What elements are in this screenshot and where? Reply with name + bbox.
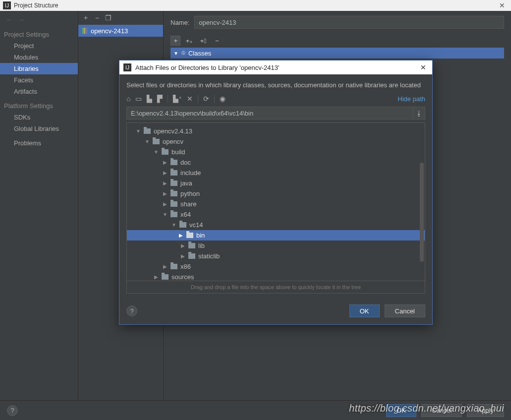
tree-row-label: opencv (163, 138, 183, 145)
tree-row-staticlib[interactable]: ▶staticlib (129, 251, 423, 261)
chevron-right-icon[interactable]: ▶ (180, 253, 185, 259)
dialog-cancel-button[interactable]: Cancel (385, 304, 425, 317)
tree-row-vc14[interactable]: ▼vc14 (129, 220, 423, 230)
chevron-right-icon[interactable]: ▶ (154, 274, 159, 280)
scrollbar-thumb[interactable] (420, 163, 424, 262)
folder-icon (170, 264, 177, 269)
tree-row-opencv2.4.13[interactable]: ▼opencv2.4.13 (129, 126, 423, 136)
modal-overlay: IJ Attach Files or Directories to Librar… (0, 0, 511, 420)
tree-row-java[interactable]: ▶java (129, 178, 423, 188)
dialog-message: Select files or directories in which lib… (126, 81, 425, 89)
tree-row-doc[interactable]: ▶doc (129, 157, 423, 168)
chevron-down-icon[interactable]: ▼ (171, 222, 176, 228)
folder-icon (162, 149, 169, 155)
folder-icon (188, 253, 195, 259)
dialog-body: Select files or directories in which lib… (119, 74, 432, 300)
chevron-right-icon[interactable]: ▶ (163, 201, 168, 207)
tree-row-label: doc (180, 159, 191, 166)
tree-row-sources[interactable]: ▶sources (129, 272, 423, 281)
delete-icon[interactable]: ✕ (187, 95, 193, 103)
chevron-down-icon[interactable]: ▼ (145, 139, 150, 144)
tree-row-lib[interactable]: ▶lib (129, 240, 423, 251)
dialog-help-button[interactable]: ? (126, 305, 137, 316)
tree-row-label: java (180, 180, 192, 187)
folder-icon (179, 222, 186, 228)
folder-icon (170, 212, 177, 217)
show-hidden-icon[interactable]: ◉ (220, 95, 226, 103)
hide-path-link[interactable]: Hide path (397, 95, 425, 103)
chevron-down-icon[interactable]: ▼ (154, 149, 159, 155)
tree-row-label: vc14 (189, 221, 203, 229)
tree-row-label: x86 (180, 263, 191, 270)
tree-row-label: include (180, 169, 201, 177)
dialog-ok-button[interactable]: OK (349, 304, 380, 317)
file-chooser-toolbar: ⌂ ▭ ▙ ▛ ▙⁺ ✕ ⟳ ◉ Hide path (126, 95, 425, 103)
dialog-titlebar: IJ Attach Files or Directories to Librar… (119, 60, 432, 74)
dialog-logo-icon: IJ (123, 63, 131, 71)
folder-icon (170, 170, 177, 176)
dialog-title: Attach Files or Directories to Library '… (135, 64, 418, 71)
module-icon[interactable]: ▛ (157, 95, 163, 103)
tree-row-python[interactable]: ▶python (129, 188, 423, 199)
folder-icon (153, 139, 160, 144)
tree-row-label: x64 (180, 211, 191, 218)
chevron-right-icon[interactable]: ▶ (178, 233, 183, 238)
dialog-close-button[interactable]: ✕ (418, 63, 428, 71)
new-folder-icon[interactable]: ▙⁺ (173, 95, 182, 103)
folder-icon (170, 160, 177, 165)
tree-row-label: sources (171, 273, 194, 281)
desktop-icon[interactable]: ▭ (135, 95, 142, 103)
home-icon[interactable]: ⌂ (126, 95, 130, 103)
tree-row-build[interactable]: ▼build (129, 147, 423, 157)
folder-icon (170, 191, 177, 196)
folder-icon (144, 128, 151, 134)
tree-row-x64[interactable]: ▼x64 (129, 209, 423, 220)
chevron-right-icon[interactable]: ▶ (163, 264, 168, 269)
path-history-button[interactable]: ⭳ (413, 107, 425, 120)
chevron-right-icon[interactable]: ▶ (163, 170, 168, 176)
path-row: ⭳ (126, 107, 425, 120)
tree-row-label: build (171, 148, 185, 156)
tree-row-x86[interactable]: ▶x86 (129, 261, 423, 272)
chevron-down-icon[interactable]: ▼ (163, 212, 168, 217)
tree-row-label: lib (198, 242, 205, 249)
chevron-right-icon[interactable]: ▶ (163, 160, 168, 165)
folder-icon (162, 274, 169, 280)
tree-row-label: opencv2.4.13 (154, 127, 192, 135)
tree-row-label: share (180, 200, 197, 208)
refresh-icon[interactable]: ⟳ (203, 95, 209, 103)
chevron-right-icon[interactable]: ▶ (163, 191, 168, 196)
toolbar-separator (214, 95, 215, 103)
project-icon[interactable]: ▙ (147, 95, 152, 103)
chevron-down-icon[interactable]: ▼ (136, 128, 141, 134)
chevron-right-icon[interactable]: ▶ (180, 243, 185, 248)
folder-icon (170, 180, 177, 186)
attach-files-dialog: IJ Attach Files or Directories to Librar… (119, 60, 433, 325)
folder-icon (170, 201, 177, 207)
dialog-footer: ? OK Cancel (119, 300, 432, 324)
toolbar-separator (168, 95, 168, 103)
tree-row-label: python (180, 190, 200, 197)
chevron-right-icon[interactable]: ▶ (163, 180, 168, 186)
tree-row-label: staticlib (198, 252, 220, 260)
folder-icon (186, 233, 193, 238)
toolbar-separator (198, 95, 198, 103)
tree-row-bin[interactable]: ▶bin (127, 230, 425, 240)
path-input[interactable] (126, 107, 413, 120)
file-tree[interactable]: ▼opencv2.4.13▼opencv▼build▶doc▶include▶j… (126, 122, 425, 281)
tree-row-share[interactable]: ▶share (129, 199, 423, 209)
folder-icon (188, 243, 195, 248)
tree-row-include[interactable]: ▶include (129, 168, 423, 178)
tree-row-label: bin (196, 232, 205, 239)
tree-row-opencv[interactable]: ▼opencv (129, 136, 423, 147)
drag-drop-hint: Drag and drop a file into the space abov… (126, 281, 425, 294)
